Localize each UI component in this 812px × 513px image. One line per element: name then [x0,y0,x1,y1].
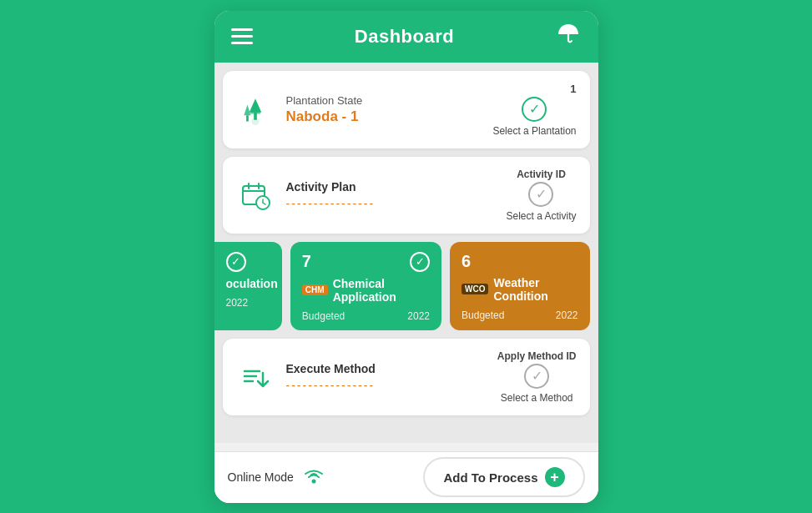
wco-number: 6 [461,252,471,271]
bottom-bar: Online Mode Add To Process + [214,451,598,503]
select-plantation-label: Select a Plantation [492,125,576,137]
plantation-card[interactable]: Plantation State Naboda - 1 1 ✓ Select a… [223,71,590,148]
activity-check-icon: ✓ [528,182,553,207]
select-method-label: Select a Method [501,392,573,404]
activity-plan-dashes: ---------------- [286,197,376,210]
wco-type-label: Weather Condition [493,276,577,303]
header: Dashboard [214,11,598,63]
plantation-check-icon: ✓ [522,97,547,122]
add-to-process-button[interactable]: Add To Process + [423,457,584,497]
hamburger-icon[interactable] [231,28,253,44]
wco-status: Budgeted [461,309,504,321]
activity-plan-icon [236,176,275,214]
activity-card-wco[interactable]: 6 WCO Weather Condition Budgeted 2022 [450,242,589,330]
execute-method-icon [236,358,275,396]
wifi-icon [302,463,325,491]
add-process-label: Add To Process [443,470,537,485]
chm-type-label: Chemical Application [333,277,430,304]
plantation-badge-num: 1 [570,83,576,95]
plus-circle-icon: + [545,467,565,487]
online-mode-section: Online Mode [228,463,325,491]
execute-method-label: Execute Method [286,362,376,375]
partial-type-label: oculation [226,277,278,290]
svg-marker-6 [244,105,250,116]
execute-method-card[interactable]: Execute Method ---------------- Apply Me… [223,339,590,415]
plantation-state-label: Plantation State [286,94,363,107]
umbrella-icon [556,21,581,52]
phone-container: Dashboard [214,11,598,503]
chm-status: Budgeted [302,310,345,322]
wco-year: 2022 [556,309,578,321]
plantation-state-value: Naboda - 1 [286,108,363,125]
activity-plan-card[interactable]: Activity Plan ---------------- Activity … [223,157,590,234]
execute-method-dashes: ---------------- [286,379,376,392]
partial-year: 2022 [226,297,249,309]
partial-check: ✓ [226,252,246,272]
chm-check-icon: ✓ [410,252,430,272]
chm-number: 7 [302,252,311,271]
wco-badge: WCO [461,284,488,294]
select-activity-label: Select a Activity [506,210,576,222]
content: Plantation State Naboda - 1 1 ✓ Select a… [214,63,598,443]
svg-rect-5 [246,115,249,121]
execute-check-icon: ✓ [524,364,549,389]
activity-card-chm[interactable]: 7 ✓ CHM Chemical Application Budgeted 20… [290,242,441,330]
chm-badge: CHM [302,284,328,295]
online-mode-text: Online Mode [228,470,294,484]
plantation-icon [236,90,275,128]
activity-id-label: Activity ID [517,168,566,180]
apply-method-id-label: Apply Method ID [497,350,577,362]
activity-plan-label: Activity Plan [286,180,376,194]
header-title: Dashboard [355,26,454,48]
svg-point-18 [311,480,315,484]
activity-card-partial[interactable]: ✓ oculation 2022 [214,242,282,330]
chm-year: 2022 [407,310,430,322]
activity-cards-row: ✓ oculation 2022 7 ✓ CHM Chemical Applic… [214,242,598,330]
